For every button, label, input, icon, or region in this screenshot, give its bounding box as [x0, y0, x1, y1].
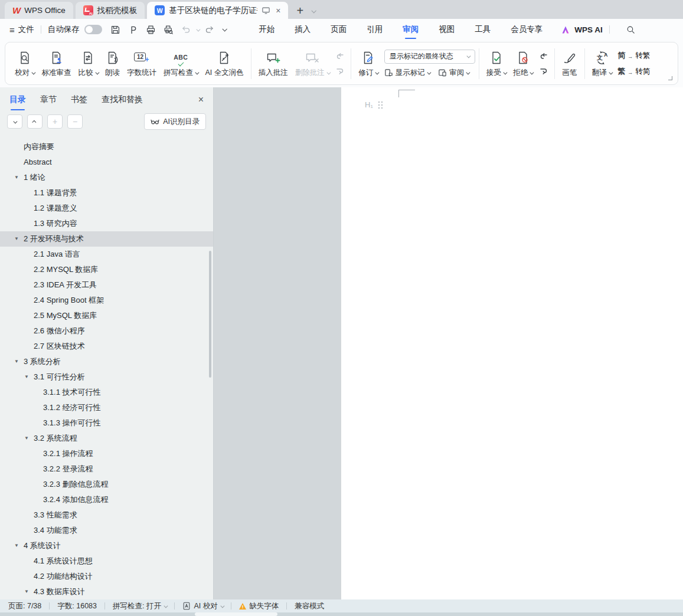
- tab-list-chevron-icon[interactable]: [312, 8, 316, 13]
- previous-revision-button[interactable]: [539, 52, 548, 61]
- expand-arrow-icon[interactable]: ▼: [24, 369, 29, 385]
- next-comment-button[interactable]: [335, 66, 345, 76]
- doc-line[interactable]: [344, 552, 683, 568]
- doc-line[interactable]: [344, 291, 683, 307]
- monitor-icon[interactable]: [262, 6, 270, 15]
- toc-item[interactable]: ▼ 2.2 MYSQL 数据库: [0, 262, 213, 277]
- wps-ai-button[interactable]: WPS AI: [561, 25, 603, 35]
- menu-view[interactable]: 视图: [439, 18, 455, 41]
- review-pane-button[interactable]: 审阅: [438, 68, 469, 78]
- page-indicator[interactable]: 页面: 7/38: [8, 601, 41, 611]
- toc-item[interactable]: ▼ 3 系统分析: [0, 354, 213, 369]
- proofread-button[interactable]: 校对: [11, 50, 38, 78]
- read-aloud-button[interactable]: 朗读: [102, 50, 123, 78]
- print-preview-button[interactable]: [161, 22, 177, 37]
- toc-item[interactable]: ▼ 1.3 研究内容: [0, 216, 213, 231]
- next-revision-button[interactable]: [539, 66, 548, 76]
- toc-item[interactable]: ▼ 1 绪论: [0, 170, 213, 185]
- toc-item[interactable]: ▼ 3.2.2 登录流程: [0, 461, 213, 477]
- toc-item[interactable]: ▼ 1.1 课题背景: [0, 185, 213, 201]
- expand-arrow-icon[interactable]: ▼: [24, 584, 29, 599]
- redo-button[interactable]: [201, 22, 217, 37]
- pane-tab-contents[interactable]: 目录: [9, 94, 26, 105]
- expand-all-button[interactable]: +: [47, 114, 63, 129]
- toc-item[interactable]: ▼ 3.2.3 删除信息流程: [0, 477, 213, 492]
- menu-reference[interactable]: 引用: [367, 18, 383, 41]
- doc-line[interactable]: [344, 307, 683, 323]
- toc-item[interactable]: ▼ 4 系统设计: [0, 538, 213, 553]
- ai-recognize-toc-button[interactable]: AI识别目录: [144, 113, 206, 130]
- doc-line[interactable]: [344, 176, 683, 193]
- doc-line[interactable]: [344, 503, 683, 519]
- accept-revision-button[interactable]: 接受: [483, 50, 510, 78]
- toc-item[interactable]: ▼ 4.1 系统设计思想: [0, 553, 213, 569]
- toc-item[interactable]: ▼ 3.2.1 操作流程: [0, 446, 213, 461]
- doc-line[interactable]: [344, 389, 683, 405]
- compatibility-mode-badge[interactable]: 兼容模式: [295, 601, 324, 611]
- toc-item[interactable]: ▼ 3.2.4 添加信息流程: [0, 492, 213, 507]
- compare-button[interactable]: 比较: [75, 50, 102, 78]
- tab-docer-templates[interactable]: AI 找稻壳模板: [76, 2, 145, 19]
- collapse-all-button[interactable]: −: [67, 114, 83, 129]
- doc-line[interactable]: [344, 193, 683, 209]
- doc-line[interactable]: [344, 258, 683, 274]
- toc-item[interactable]: ▼ 2 开发环境与技术: [0, 231, 213, 247]
- previous-comment-button[interactable]: [335, 52, 345, 61]
- doc-line[interactable]: [344, 437, 683, 454]
- standard-review-button[interactable]: 标准审查: [38, 50, 75, 78]
- close-tab-icon[interactable]: ×: [276, 6, 280, 15]
- doc-line[interactable]: [344, 144, 683, 160]
- pane-tab-bookmarks[interactable]: 书签: [71, 94, 87, 105]
- ai-proofread-status[interactable]: AI 校对: [182, 601, 223, 611]
- track-changes-button[interactable]: 修订: [355, 50, 382, 78]
- expand-arrow-icon[interactable]: ▼: [24, 431, 29, 446]
- expand-arrow-icon[interactable]: ▼: [14, 538, 19, 553]
- doc-line[interactable]: [344, 454, 683, 470]
- insert-comment-button[interactable]: 插入批注: [255, 50, 292, 78]
- word-count-indicator[interactable]: 字数: 16083: [57, 601, 97, 611]
- expand-down-button[interactable]: [7, 114, 22, 129]
- doc-line[interactable]: [344, 519, 683, 536]
- toc-item[interactable]: ▼ 2.7 区块链技术: [0, 339, 213, 354]
- toc-item[interactable]: ▼ 2.6 微信小程序: [0, 323, 213, 339]
- delete-comment-button[interactable]: 删除批注: [292, 50, 334, 78]
- ribbon-expand-icon[interactable]: [668, 76, 672, 80]
- spellcheck-status[interactable]: 拼写检查: 打开: [113, 601, 166, 611]
- toc-item[interactable]: ▼ 2.3 IDEA 开发工具: [0, 277, 213, 293]
- expand-arrow-icon[interactable]: ▼: [14, 231, 19, 247]
- toc-item[interactable]: ▼ 内容摘要: [0, 139, 213, 155]
- pane-tab-find-replace[interactable]: 查找和替换: [102, 94, 143, 105]
- tab-document[interactable]: W 基于区块链的电子学历证书存 ×: [147, 2, 288, 19]
- menu-home[interactable]: 开始: [259, 18, 274, 41]
- undo-button[interactable]: [179, 22, 194, 37]
- toc-item[interactable]: ▼ 3.4 功能需求: [0, 523, 213, 538]
- doc-line[interactable]: [344, 421, 683, 438]
- doc-line[interactable]: [344, 160, 683, 177]
- close-pane-icon[interactable]: ×: [198, 94, 204, 105]
- doc-line[interactable]: [344, 209, 683, 225]
- autosave-toggle[interactable]: [84, 25, 102, 34]
- toc-item[interactable]: ▼ 3.1.2 经济可行性: [0, 400, 213, 415]
- file-menu[interactable]: ≡ 文件: [9, 24, 34, 35]
- menu-tools[interactable]: 工具: [475, 18, 491, 41]
- pane-tab-chapters[interactable]: 章节: [40, 94, 57, 105]
- doc-line[interactable]: [344, 486, 683, 503]
- horizontal-scrollbar[interactable]: [0, 612, 683, 616]
- toc-item[interactable]: ▼ 2.5 MySQL 数据库: [0, 308, 213, 323]
- show-markup-button[interactable]: 显示标记: [384, 68, 430, 78]
- horizontal-scrollbar-thumb[interactable]: [195, 612, 277, 616]
- toc-item[interactable]: ▼ 2.4 Spring Boot 框架: [0, 293, 213, 308]
- spell-check-button[interactable]: ABC 拼写检查: [160, 50, 202, 78]
- document-page[interactable]: H₁: [341, 87, 683, 599]
- doc-line[interactable]: [344, 95, 683, 112]
- doc-line[interactable]: [344, 372, 683, 389]
- doc-line[interactable]: [344, 127, 683, 144]
- doc-line[interactable]: [344, 340, 683, 356]
- doc-line[interactable]: [344, 405, 683, 421]
- doc-line[interactable]: [344, 225, 683, 242]
- ai-polish-button[interactable]: AI 全文润色: [202, 50, 247, 78]
- toc-item[interactable]: ▼ 3.3 性能需求: [0, 507, 213, 523]
- toc-item[interactable]: ▼ Abstract: [0, 155, 213, 170]
- doc-line[interactable]: [344, 274, 683, 291]
- menu-page[interactable]: 页面: [331, 18, 347, 41]
